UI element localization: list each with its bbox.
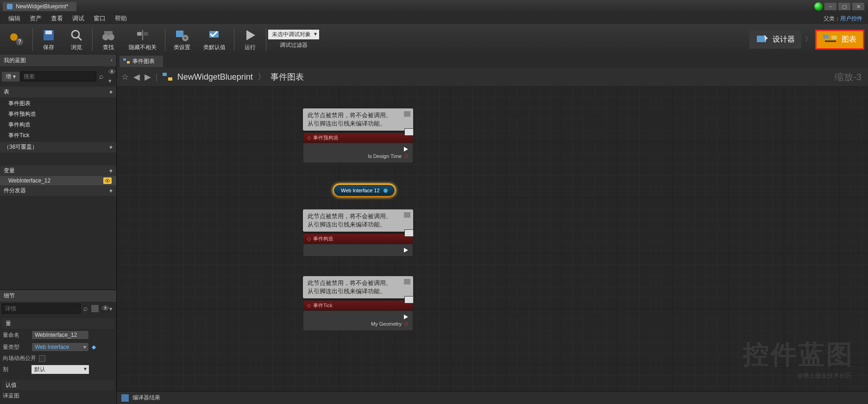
hide-unrelated-button[interactable]: 隐藏不相关 [122, 26, 163, 53]
add-new-button[interactable]: 增▾ [2, 72, 19, 82]
details-search-icon[interactable]: ⌕ [82, 304, 90, 313]
filter-eye-icon[interactable]: 👁▾ [107, 68, 118, 85]
variable-category[interactable]: 量 [2, 318, 114, 329]
node-construct[interactable]: 此节点被禁用，将不会被调用。从引脚连出引线来编译功能。 ◇事件构造 [303, 209, 413, 257]
category-select[interactable]: 默认 [31, 365, 89, 374]
tree-preconstruct[interactable]: 事件预构造 [0, 109, 116, 120]
var-name-label: 量命名 [3, 331, 29, 339]
variable-webinterface[interactable]: WebInterface_12 [0, 176, 116, 185]
window-max-button[interactable]: ▢ [838, 3, 850, 10]
add-variable-button[interactable]: + [109, 168, 113, 174]
svg-rect-27 [163, 73, 167, 76]
my-blueprint-header[interactable]: 我的蓝图• [0, 55, 116, 66]
menu-asset[interactable]: 资产 [25, 13, 46, 24]
title-text: NewWidgetBlueprint* [16, 3, 68, 10]
tree-construct[interactable]: 事件构造 [0, 120, 116, 130]
dispatchers-section[interactable]: 件分发器+ [0, 185, 116, 196]
graphs-section[interactable]: 表+ [0, 87, 116, 97]
var-type-label: 量类型 [3, 343, 29, 351]
menu-edit[interactable]: 编辑 [4, 13, 25, 24]
save-button[interactable]: 保存 [35, 26, 63, 53]
debug-object-select[interactable]: 未选中调试对象 [268, 30, 319, 39]
object-out-pin[interactable] [384, 189, 388, 193]
svg-rect-20 [823, 35, 829, 38]
compile-icon: ? [9, 32, 24, 47]
play-button[interactable]: 运行 [236, 26, 264, 53]
my-geometry-pin[interactable]: My Geometry [308, 320, 408, 328]
debug-filter-label: 调试过滤器 [280, 41, 308, 49]
graph-tab-icon [123, 58, 130, 64]
graph-mode-button[interactable]: 图表 [815, 30, 864, 50]
window-min-button[interactable]: − [824, 3, 837, 10]
svg-rect-21 [831, 36, 837, 39]
exec-out-pin[interactable] [308, 247, 408, 253]
watermark-subtext: @稀土掘金技术社区 [797, 372, 851, 380]
compiler-results-panel[interactable]: 编译器结果 [117, 391, 868, 404]
favorite-star-icon[interactable]: ☆ [121, 72, 129, 82]
binoculars-icon [101, 28, 116, 43]
node-preconstruct[interactable]: 此节点被禁用，将不会被调用。从引脚连出引线来编译功能。 ◇事件预构造 Is De… [303, 108, 413, 163]
browse-button[interactable]: 浏览 [63, 26, 90, 53]
var-type-select[interactable]: Web Interface [31, 342, 89, 352]
node-badge-icon [404, 128, 414, 136]
svg-point-16 [184, 37, 186, 39]
parent-class-label: 父类：用户控件 [824, 15, 862, 23]
graph-canvas[interactable]: 此节点被禁用，将不会被调用。从引脚连出引线来编译功能。 ◇事件预构造 Is De… [117, 86, 868, 391]
compile-button[interactable]: ? [3, 30, 31, 49]
menu-help[interactable]: 帮助 [110, 13, 132, 24]
class-defaults-button[interactable]: 类默认值 [197, 26, 232, 53]
find-button[interactable]: 查找 [94, 26, 122, 53]
class-settings-button[interactable]: 类设置 [167, 26, 197, 53]
details-matrix-icon[interactable] [91, 304, 99, 313]
window-close-button[interactable]: ✕ [852, 3, 864, 10]
nav-back-button[interactable]: ◀ [133, 72, 140, 82]
node-tick[interactable]: 此节点被禁用，将不会被调用。从引脚连出引线来编译功能。 ◇事件Tick My G… [303, 276, 413, 331]
menu-debug[interactable]: 调试 [68, 13, 89, 24]
details-eye-icon[interactable]: 👁▾ [100, 304, 114, 313]
node-disabled-tooltip: 此节点被禁用，将不会被调用。从引脚连出引线来编译功能。 [303, 276, 413, 298]
type-extra-icon[interactable]: ◆ [92, 344, 96, 350]
details-header[interactable]: 细节 [0, 290, 116, 302]
tree-event-graph[interactable]: 事件图表 [0, 98, 116, 109]
magnify-icon [69, 28, 84, 43]
is-design-time-pin[interactable]: Is Design Time [308, 152, 408, 160]
visibility-badge-icon[interactable] [103, 177, 112, 184]
anim-expose-checkbox[interactable] [39, 355, 45, 362]
event-construct-header[interactable]: ◇事件构造 [303, 234, 413, 244]
tree-tick[interactable]: 事件Tick [0, 130, 116, 141]
add-dispatcher-button[interactable]: + [109, 188, 113, 194]
exec-out-pin[interactable] [308, 314, 408, 320]
svg-rect-12 [144, 32, 148, 36]
var-name-input[interactable] [31, 330, 89, 340]
event-tick-header[interactable]: ◇事件Tick [303, 300, 413, 311]
designer-icon [756, 34, 769, 45]
event-preconstruct-header[interactable]: ◇事件预构造 [303, 133, 413, 143]
details-search[interactable] [2, 303, 81, 314]
graph-tab-eventgraph[interactable]: 事件图表 [120, 56, 163, 67]
designer-mode-button[interactable]: 设计器 [749, 30, 801, 49]
variables-section[interactable]: 变量+ [0, 165, 116, 176]
breadcrumb-leaf[interactable]: 事件图表 [270, 71, 304, 82]
parent-class-link[interactable]: 用户控件 [840, 15, 862, 22]
nav-forward-button[interactable]: ▶ [145, 72, 151, 82]
node-disabled-tooltip: 此节点被禁用，将不会被调用。从引脚连出引线来编译功能。 [303, 108, 413, 131]
default-value-category[interactable]: 认值 [2, 380, 114, 391]
tooltip-corner-icon [404, 111, 410, 117]
compiler-icon [121, 394, 129, 402]
breadcrumb-root[interactable]: NewWidgetBlueprint [177, 72, 253, 82]
zoom-level: 缩放-3 [835, 71, 862, 83]
functions-section[interactable]: （36可覆盖）+ [0, 142, 116, 152]
svg-point-8 [102, 34, 109, 40]
menu-window[interactable]: 窗口 [89, 13, 110, 24]
title-tab[interactable]: NewWidgetBlueprint* [3, 2, 76, 11]
svg-point-9 [108, 34, 114, 40]
node-web-interface[interactable]: Web Interface 12 [333, 183, 396, 197]
status-orb-icon[interactable] [814, 2, 823, 11]
my-blueprint-search[interactable] [20, 71, 96, 82]
svg-rect-28 [168, 77, 172, 81]
menu-view[interactable]: 查看 [46, 13, 68, 24]
add-graph-button[interactable]: + [109, 89, 113, 95]
add-function-button[interactable]: + [109, 144, 113, 151]
search-icon[interactable]: ⌕ [97, 72, 106, 81]
exec-out-pin[interactable] [308, 146, 408, 152]
